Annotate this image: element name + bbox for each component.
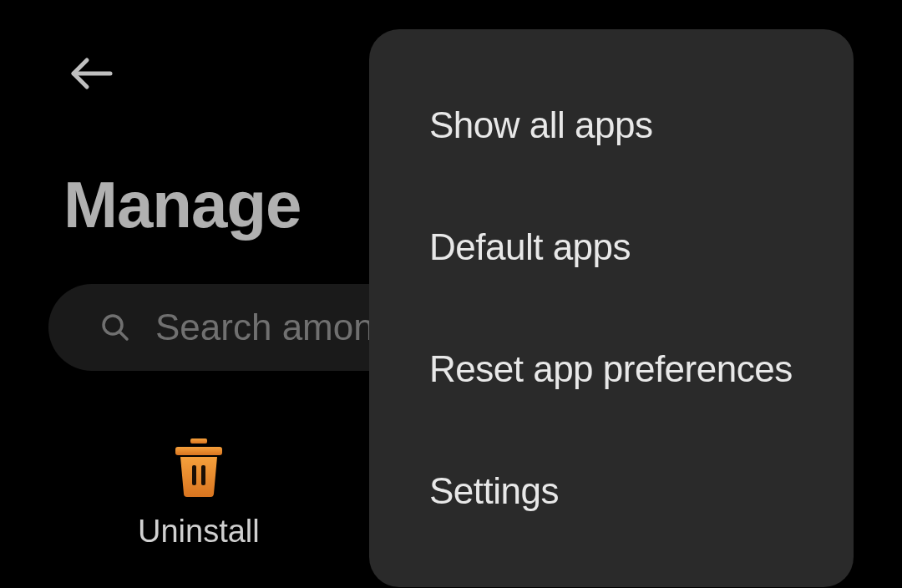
overflow-menu: Show all apps Default apps Reset app pre… bbox=[369, 29, 854, 587]
svg-rect-5 bbox=[192, 465, 196, 485]
back-button[interactable] bbox=[67, 58, 114, 92]
svg-rect-4 bbox=[175, 447, 222, 455]
search-icon bbox=[100, 312, 130, 342]
svg-rect-3 bbox=[190, 438, 207, 444]
uninstall-label: Uninstall bbox=[138, 514, 260, 550]
page-title: Manage bbox=[63, 167, 301, 243]
menu-item-reset-app-preferences[interactable]: Reset app preferences bbox=[369, 308, 854, 430]
svg-rect-6 bbox=[201, 465, 205, 485]
arrow-left-icon bbox=[67, 57, 114, 94]
menu-item-default-apps[interactable]: Default apps bbox=[369, 186, 854, 308]
search-placeholder: Search amon bbox=[155, 307, 374, 348]
trash-icon bbox=[172, 438, 226, 497]
svg-line-2 bbox=[119, 332, 127, 339]
menu-item-settings[interactable]: Settings bbox=[369, 430, 854, 529]
menu-item-show-all-apps[interactable]: Show all apps bbox=[369, 88, 854, 186]
uninstall-button[interactable]: Uninstall bbox=[138, 438, 260, 550]
